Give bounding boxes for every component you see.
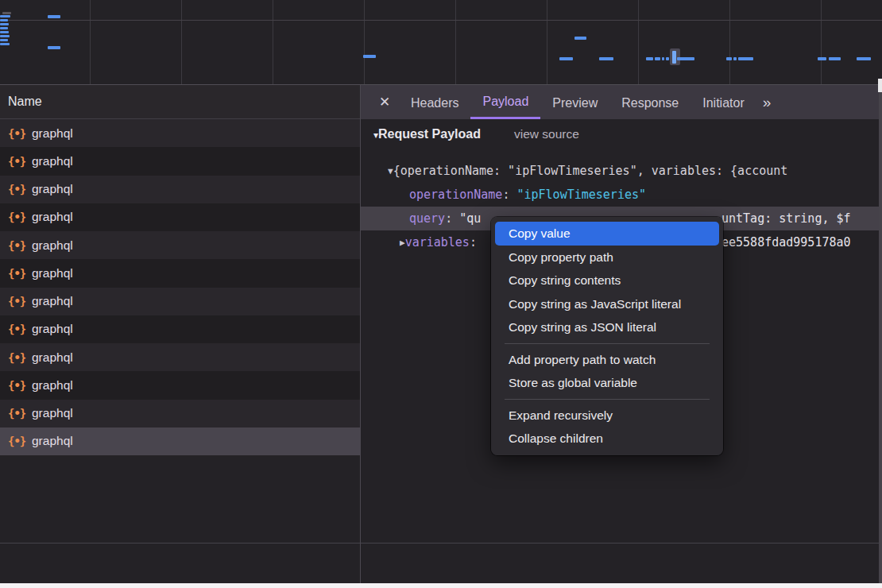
request-timing-bar <box>677 57 694 60</box>
table-row[interactable]: {•}graphql <box>0 203 360 231</box>
menu-item-copy-value[interactable]: Copy value <box>495 222 719 246</box>
timeline-gridline <box>181 0 182 84</box>
name-column-header[interactable]: Name <box>0 85 360 119</box>
request-timing-bar <box>0 39 8 41</box>
request-name-label: graphql <box>32 266 73 280</box>
request-timing-bar <box>559 57 573 60</box>
right-edge-notch <box>878 79 882 92</box>
payload-tree-row[interactable]: ▼ {operationName: "ipFlowTimeseries", va… <box>361 159 882 183</box>
request-name-label: graphql <box>32 182 73 196</box>
request-timing-bar <box>666 57 669 60</box>
request-name-label: graphql <box>32 154 73 168</box>
code-fragment-right-of-menu: untTag: string, $f <box>721 207 851 230</box>
request-payload-section-header: ▾Request Payloadview source <box>373 127 579 141</box>
details-tabs: HeadersPayloadPreviewResponseInitiator <box>399 85 756 119</box>
table-row[interactable]: {•}graphql <box>0 315 360 343</box>
request-name-label: graphql <box>32 406 73 420</box>
code-segment-key: operationName <box>409 188 502 202</box>
timeline-gridline <box>90 0 91 84</box>
table-row[interactable]: {•}graphql <box>0 147 360 175</box>
table-row[interactable]: {•}graphql <box>0 176 360 203</box>
request-timing-bar <box>818 57 826 60</box>
request-timing-bar <box>0 23 9 25</box>
devtools-network-panel: Name {•}graphql{•}graphql{•}graphql{•}gr… <box>0 0 882 588</box>
menu-item-copy-string-contents[interactable]: Copy string contents <box>495 269 719 292</box>
menu-item-add-property-path-to-watch[interactable]: Add property path to watch <box>495 348 719 372</box>
json-braces-icon: {•} <box>8 323 25 335</box>
request-name-label: graphql <box>32 294 73 308</box>
request-rows: {•}graphql{•}graphql{•}graphql{•}graphql… <box>0 119 360 455</box>
code-segment-bright: "qu <box>459 211 481 226</box>
request-timing-bar <box>0 27 8 29</box>
details-footer <box>361 543 882 583</box>
code-segment-string: "ipFlowTimeseries" <box>516 188 646 202</box>
json-braces-icon: {•} <box>8 351 25 364</box>
request-timing-bar <box>672 51 676 64</box>
tab-preview[interactable]: Preview <box>540 85 609 119</box>
tab-initiator[interactable]: Initiator <box>691 85 756 119</box>
payload-tree-row[interactable]: operationName: "ipFlowTimeseries" <box>361 183 882 207</box>
request-timing-bar <box>2 12 11 14</box>
code-segment-key: query <box>409 211 445 226</box>
code-fragment-right-of-menu: ee5588fdad995178a0 <box>721 230 851 254</box>
request-timing-bar <box>599 57 613 60</box>
tree-expand-icon[interactable]: ▼ <box>388 160 393 183</box>
json-braces-icon: {•} <box>8 239 25 252</box>
menu-item-expand-recursively[interactable]: Expand recursively <box>495 404 719 427</box>
timeline-gridline <box>364 0 365 84</box>
table-row[interactable]: {•}graphql <box>0 119 360 147</box>
tab-headers[interactable]: Headers <box>399 85 470 119</box>
json-braces-icon: {•} <box>8 155 25 168</box>
menu-item-copy-string-as-json-literal[interactable]: Copy string as JSON literal <box>495 315 719 339</box>
json-braces-icon: {•} <box>8 211 25 223</box>
request-timing-bar <box>48 15 60 18</box>
request-timing-bar <box>0 43 10 45</box>
request-name-label: graphql <box>32 378 73 393</box>
section-title: Request Payload <box>378 127 481 141</box>
code-segment-key: variables <box>405 235 470 250</box>
context-menu: Copy valueCopy property pathCopy string … <box>491 217 723 455</box>
request-timing-bar <box>829 57 841 60</box>
menu-item-collapse-children[interactable]: Collapse children <box>495 427 719 451</box>
table-row[interactable]: {•}graphql <box>0 427 360 455</box>
table-row[interactable]: {•}graphql <box>0 371 360 399</box>
json-braces-icon: {•} <box>8 127 25 140</box>
menu-item-copy-string-as-javascript-literal[interactable]: Copy string as JavaScript literal <box>495 292 719 316</box>
code-segment-plain: {operationName: "ipFlowTimeseries", vari… <box>393 164 788 178</box>
close-icon[interactable]: ✕ <box>375 94 394 110</box>
table-row[interactable]: {•}graphql <box>0 400 360 427</box>
menu-item-copy-property-path[interactable]: Copy property path <box>495 246 719 269</box>
more-tabs-icon[interactable]: » <box>763 94 770 111</box>
request-timing-bar <box>0 31 9 33</box>
request-name-label: graphql <box>32 210 73 224</box>
menu-separator <box>505 343 710 344</box>
tree-expand-icon[interactable]: ▶ <box>400 231 405 254</box>
view-source-link[interactable]: view source <box>514 127 579 141</box>
request-timing-bar <box>655 57 660 60</box>
menu-item-store-as-global-variable[interactable]: Store as global variable <box>495 371 719 395</box>
json-braces-icon: {•} <box>8 407 25 420</box>
table-row[interactable]: {•}graphql <box>0 343 360 371</box>
table-row[interactable]: {•}graphql <box>0 231 360 259</box>
timeline-gridline <box>821 0 822 84</box>
request-timing-bar <box>738 57 753 60</box>
tab-payload[interactable]: Payload <box>470 85 540 119</box>
tab-response[interactable]: Response <box>609 85 691 119</box>
timeline-gridline <box>455 0 456 84</box>
request-timing-bar <box>733 57 737 60</box>
request-name-label: graphql <box>32 238 73 253</box>
request-timing-bar <box>0 19 8 21</box>
network-overview-timeline[interactable] <box>0 0 882 84</box>
code-segment-plain: : <box>470 235 477 250</box>
json-braces-icon: {•} <box>8 183 25 195</box>
request-timing-bar <box>662 57 664 60</box>
timeline-gridline <box>729 0 730 84</box>
request-name-label: graphql <box>32 322 73 336</box>
request-list-footer <box>0 543 360 583</box>
table-row[interactable]: {•}graphql <box>0 288 360 315</box>
table-row[interactable]: {•}graphql <box>0 259 360 287</box>
right-edge-scroll-track[interactable] <box>879 85 882 583</box>
request-timing-bar <box>646 57 653 60</box>
timeline-gridline <box>273 0 273 84</box>
json-braces-icon: {•} <box>8 379 25 392</box>
